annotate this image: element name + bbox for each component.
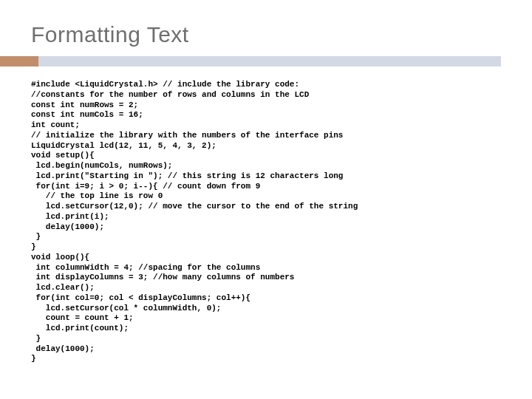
divider-main xyxy=(38,56,501,66)
divider-accent xyxy=(0,56,38,66)
title-divider xyxy=(0,56,501,66)
code-block: #include <LiquidCrystal.h> // include th… xyxy=(31,80,501,364)
page-title: Formatting Text xyxy=(31,22,501,47)
slide: Formatting Text #include <LiquidCrystal.… xyxy=(0,0,532,399)
